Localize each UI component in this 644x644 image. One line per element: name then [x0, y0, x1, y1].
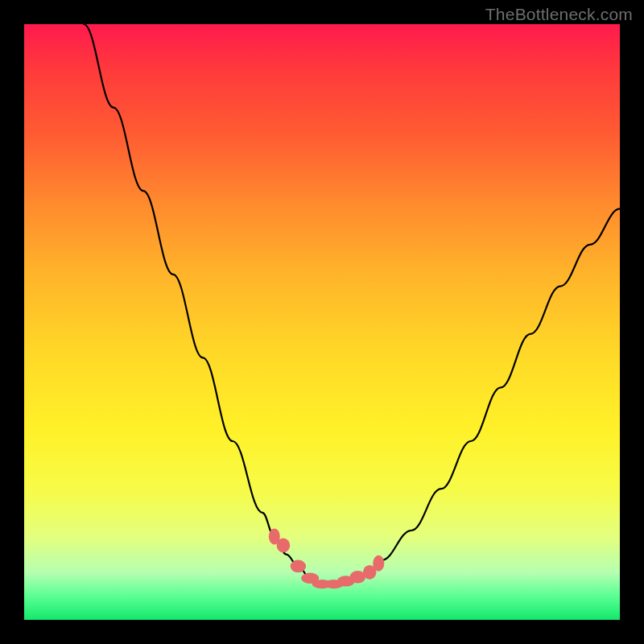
bottleneck-curve: [84, 24, 620, 584]
curve-marker: [373, 555, 384, 572]
chart-svg: [24, 24, 620, 620]
curve-marker: [291, 560, 306, 573]
outer-frame: TheBottleneck.com: [0, 0, 644, 644]
marker-group: [269, 528, 385, 588]
watermark-text: TheBottleneck.com: [485, 5, 633, 24]
curve-marker: [277, 539, 291, 553]
plot-area: [24, 24, 620, 620]
